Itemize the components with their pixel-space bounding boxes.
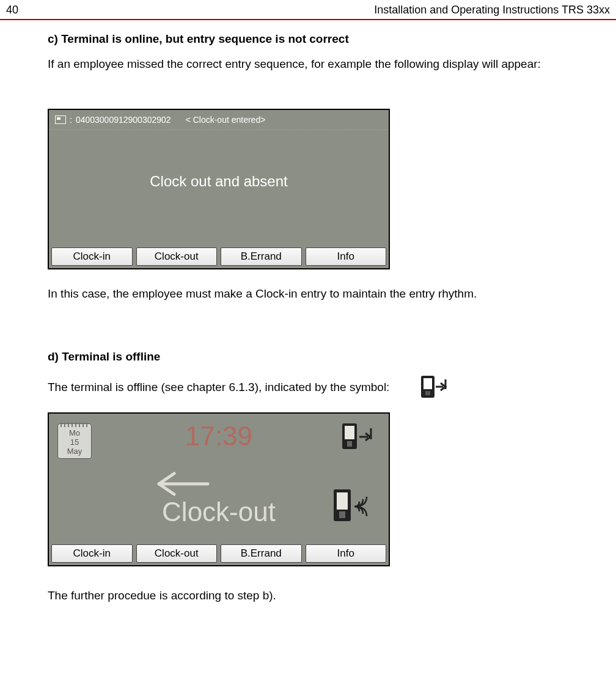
btn-berrand[interactable]: B.Errand xyxy=(221,544,302,563)
svg-rect-5 xyxy=(345,426,354,439)
btn-clock-in[interactable]: Clock-in xyxy=(51,247,133,266)
page-number: 40 xyxy=(6,4,18,16)
terminal-button-row: Clock-in Clock-out B.Errand Info xyxy=(49,245,389,268)
section-c-heading: c) Terminal is online, but entry sequenc… xyxy=(48,32,592,46)
id-prefix: : xyxy=(70,115,72,125)
terminal-button-row-2: Clock-in Clock-out B.Errand Info xyxy=(49,542,389,565)
svg-rect-6 xyxy=(347,441,352,447)
section-c-intro: If an employee missed the correct entry … xyxy=(48,57,592,72)
page-content: c) Terminal is online, but entry sequenc… xyxy=(0,20,616,628)
offline-symbol-icon xyxy=(420,375,449,400)
section-d-after: The further procedue is according to ste… xyxy=(48,588,592,604)
btn-info[interactable]: Info xyxy=(306,247,387,266)
card-id: 04003000912900302902 xyxy=(76,115,171,125)
offline-icon xyxy=(341,422,375,452)
svg-rect-1 xyxy=(424,378,432,389)
btn-clock-in[interactable]: Clock-in xyxy=(51,544,133,563)
rfid-reader-icon xyxy=(331,487,374,526)
card-icon xyxy=(55,115,66,124)
btn-clock-out[interactable]: Clock-out xyxy=(136,247,218,266)
btn-clock-out[interactable]: Clock-out xyxy=(136,544,218,563)
btn-info[interactable]: Info xyxy=(306,544,387,563)
time-display: 17:39 xyxy=(49,421,389,452)
btn-berrand[interactable]: B.Errand xyxy=(221,247,302,266)
section-d-intro: The terminal is offline (see chapter 6.1… xyxy=(48,380,389,395)
doc-title: Installation and Operating Instructions … xyxy=(374,4,610,16)
svg-rect-9 xyxy=(337,492,348,510)
clock-status: < Clock-out entered> xyxy=(186,115,266,125)
svg-rect-10 xyxy=(339,511,345,518)
terminal-status-bar: : 04003000912900302902 < Clock-out enter… xyxy=(49,110,389,130)
svg-rect-2 xyxy=(425,391,430,395)
section-c-after: In this case, the employee must make a C… xyxy=(48,287,592,302)
arrow-left-icon xyxy=(153,469,214,493)
page-header: 40 Installation and Operating Instructio… xyxy=(0,0,616,20)
section-d-heading: d) Terminal is offline xyxy=(48,350,592,364)
terminal-display-1: : 04003000912900302902 < Clock-out enter… xyxy=(48,109,390,269)
terminal-message: Clock out and absent xyxy=(49,130,389,245)
terminal-display-2: Mo 15 May 17:39 Clock-out xyxy=(48,412,390,566)
